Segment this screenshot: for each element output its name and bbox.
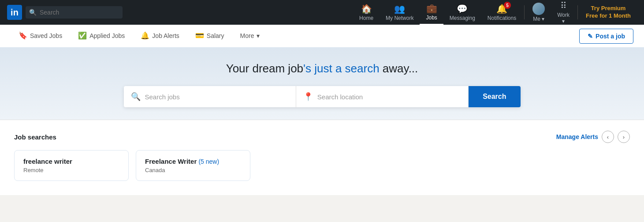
- nav-item-notifications[interactable]: 🔔 5 Notifications: [481, 0, 522, 25]
- nav-item-notifications-label: Notifications: [488, 15, 516, 21]
- me-avatar: [532, 3, 545, 15]
- nav-item-home[interactable]: 🏠 Home: [353, 0, 380, 25]
- nav-items: 🏠 Home 👥 My Network 💼 Jobs 💬 Messaging 🔔…: [353, 0, 637, 25]
- nav-item-work-label: Work: [557, 12, 570, 18]
- post-job-button[interactable]: ✎ Post a job: [579, 29, 633, 44]
- post-job-label: Post a job: [596, 33, 625, 40]
- nav-divider-2: [577, 5, 578, 19]
- salary-icon: 💳: [195, 31, 204, 40]
- sec-nav-salary-label: Salary: [207, 32, 224, 39]
- sec-nav-more-label: More: [240, 32, 254, 39]
- saved-jobs-icon: 🔖: [19, 31, 27, 40]
- navbar-search-icon: 🔍: [29, 9, 37, 16]
- nav-item-messaging-label: Messaging: [450, 15, 475, 21]
- hero-title: Your dream job's just a search away...: [11, 62, 633, 75]
- search-jobs-icon: 🔍: [131, 92, 141, 102]
- nav-item-me[interactable]: Me ▾: [526, 0, 551, 25]
- premium-button[interactable]: Try Premium Free for 1 Month: [580, 5, 637, 20]
- job-searches-title: Job searches: [14, 133, 56, 141]
- search-bar: 🔍 📍 Search: [124, 86, 521, 107]
- job-searches-section: Job searches Manage Alerts ‹ › freelance…: [0, 120, 644, 195]
- job-alerts-icon: 🔔: [141, 31, 149, 40]
- messaging-icon: 💬: [457, 4, 468, 14]
- nav-divider-1: [524, 5, 525, 19]
- nav-item-me-label: Me ▾: [533, 16, 544, 22]
- job-searches-header: Job searches Manage Alerts ‹ ›: [14, 131, 630, 143]
- notifications-badge: 5: [504, 2, 511, 9]
- sec-nav-job-alerts-label: Job Alerts: [152, 32, 179, 39]
- job-card-subtitle-2: Canada: [145, 167, 241, 173]
- applied-jobs-icon: ✅: [78, 31, 87, 40]
- job-card-title-2: Freelance Writer (5 new): [145, 158, 241, 165]
- search-jobs-input[interactable]: [145, 86, 289, 107]
- nav-item-jobs[interactable]: 💼 Jobs: [420, 0, 443, 25]
- job-cards: freelance writer Remote Freelance Writer…: [14, 150, 630, 181]
- nav-item-my-network-label: My Network: [386, 15, 413, 21]
- home-icon: 🏠: [361, 4, 372, 14]
- nav-item-work[interactable]: ⠿ Work▾: [551, 0, 576, 25]
- nav-item-jobs-label: Jobs: [426, 15, 437, 21]
- search-jobs-field: 🔍: [124, 86, 296, 107]
- sec-nav-job-alerts[interactable]: 🔔 Job Alerts: [133, 25, 187, 48]
- sec-nav-items: 🔖 Saved Jobs ✅ Applied Jobs 🔔 Job Alerts…: [11, 25, 579, 48]
- manage-alerts-link[interactable]: Manage Alerts: [556, 133, 598, 140]
- sec-nav-applied-jobs[interactable]: ✅ Applied Jobs: [70, 25, 133, 48]
- search-location-icon: 📍: [303, 92, 313, 102]
- next-arrow[interactable]: ›: [618, 131, 630, 143]
- sec-nav-saved-jobs[interactable]: 🔖 Saved Jobs: [11, 25, 70, 48]
- sec-nav-saved-jobs-label: Saved Jobs: [30, 32, 62, 39]
- nav-item-my-network[interactable]: 👥 My Network: [380, 0, 420, 25]
- secondary-nav: 🔖 Saved Jobs ✅ Applied Jobs 🔔 Job Alerts…: [0, 25, 644, 48]
- nav-item-home-label: Home: [359, 15, 373, 21]
- sec-nav-more[interactable]: More ▾: [232, 25, 268, 48]
- job-card-title-1: freelance writer: [23, 158, 119, 165]
- work-icon: ⠿: [560, 0, 567, 11]
- search-location-input[interactable]: [317, 86, 461, 107]
- sec-nav-salary[interactable]: 💳 Salary: [187, 25, 232, 48]
- search-button[interactable]: Search: [469, 86, 520, 107]
- post-job-icon: ✎: [588, 33, 593, 40]
- navbar: in 🔍 🏠 Home 👥 My Network 💼 Jobs 💬 Messag…: [0, 0, 644, 25]
- job-card-freelance-writer-2[interactable]: Freelance Writer (5 new) Canada: [136, 150, 250, 181]
- job-card-freelance-writer[interactable]: freelance writer Remote: [14, 150, 129, 181]
- nav-item-messaging[interactable]: 💬 Messaging: [443, 0, 481, 25]
- navbar-search-input[interactable]: [26, 6, 123, 19]
- notifications-icon: 🔔 5: [496, 4, 507, 14]
- hero-section: Your dream job's just a search away... 🔍…: [0, 48, 644, 120]
- search-location-field: 📍: [296, 86, 469, 107]
- linkedin-logo[interactable]: in: [7, 5, 22, 20]
- sec-nav-applied-jobs-label: Applied Jobs: [89, 32, 125, 39]
- jobs-icon: 💼: [426, 3, 437, 14]
- prev-arrow[interactable]: ‹: [602, 131, 614, 143]
- more-chevron-icon: ▾: [257, 32, 260, 39]
- new-badge: (5 new): [198, 158, 219, 165]
- my-network-icon: 👥: [394, 4, 405, 14]
- navbar-search-wrap: 🔍: [26, 6, 123, 19]
- job-card-subtitle-1: Remote: [23, 167, 119, 173]
- manage-alerts-wrap: Manage Alerts ‹ ›: [556, 131, 630, 143]
